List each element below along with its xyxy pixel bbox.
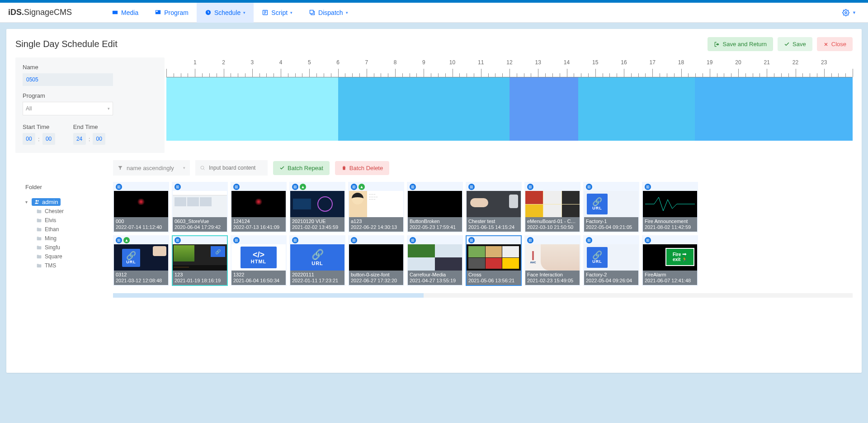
windows-icon: ⊞ (116, 184, 122, 190)
program-tile[interactable]: ⊞ Cross 2021-05-06 13:56:21 (466, 235, 522, 286)
end-hour-input[interactable]: 24 (73, 133, 86, 145)
thumbnail (290, 191, 344, 217)
batch-delete-button[interactable]: Batch Delete (335, 161, 389, 175)
windows-icon: ⊞ (233, 237, 240, 243)
horizontal-scrollbar[interactable] (113, 293, 853, 298)
exit-save-icon (714, 41, 720, 48)
program-tile[interactable]: ⊞ 🔗URL Factory-1 2022-05-04 09:21:05 (583, 182, 639, 233)
timeline-ruler: 1234567891011121314151617181920212223 (166, 59, 853, 77)
thumbnail: AHC (525, 244, 580, 271)
media-icon (112, 9, 118, 16)
folder-square[interactable]: Square (36, 252, 107, 261)
tile-caption: button-0-size-font 2022-06-27 17:32:20 (349, 271, 403, 285)
program-tile[interactable]: ⊞ 124124 2022-07-13 16:41:09 (231, 182, 287, 233)
timeline-block[interactable] (578, 77, 695, 141)
program-tile[interactable]: ⊞▲ 20210120 VUE 2021-02-02 13:45:59 (289, 182, 345, 233)
program-tile[interactable]: ⊞ Carrefour-Media 2021-04-27 13:55:19 (407, 235, 463, 286)
name-input[interactable] (23, 73, 113, 86)
thumbnail (408, 244, 462, 271)
folder-tms[interactable]: TMS (36, 261, 107, 270)
thumbnail: 🔗URL (584, 244, 638, 271)
search-input[interactable] (209, 165, 259, 171)
windows-icon: ⊞ (116, 237, 122, 243)
program-tile[interactable]: ⊞ 000 2022-07-14 11:12:40 (113, 182, 169, 233)
android-icon: ▲ (300, 184, 306, 190)
thumbnail (114, 191, 168, 217)
start-hour-input[interactable]: 00 (23, 133, 35, 145)
timeline-block[interactable] (166, 77, 338, 141)
timeline-block[interactable] (338, 77, 510, 141)
end-time-label: End Time (73, 124, 106, 130)
program-label: Program (23, 92, 157, 99)
program-tile[interactable]: ⊞ eMenuBoard-01 - C… 2022-03-10 21:50:50 (524, 182, 580, 233)
tick-label: 23 (821, 59, 827, 66)
settings-gear[interactable]: ▼ (839, 9, 860, 16)
tick-label: 17 (650, 59, 656, 66)
tree-toggle[interactable]: ▾ (25, 200, 30, 204)
program-tile[interactable]: ⊞ 0603_StoreVue 2020-06-04 17:29:42 (172, 182, 228, 233)
close-button[interactable]: Close (817, 37, 853, 51)
nav-item-schedule[interactable]: Schedule▾ (197, 3, 254, 23)
folder-singfu[interactable]: Singfu (36, 243, 107, 252)
program-tile[interactable]: ⊞ Chester test 2021-06-15 14:15:24 (466, 182, 522, 233)
thumbnail (231, 191, 286, 217)
thumbnail (408, 191, 462, 217)
thumbnail (525, 191, 580, 217)
tick-label: 20 (735, 59, 741, 66)
batch-repeat-button[interactable]: Batch Repeat (273, 161, 330, 175)
tile-caption: Factory-2 2022-05-04 09:26:04 (584, 271, 638, 285)
schedule-icon (205, 9, 212, 16)
svg-rect-2 (156, 11, 158, 12)
program-tile[interactable]: ⊞ </>HTML 1322 2021-06-04 16:50:34 (231, 235, 287, 286)
program-tile[interactable]: ⊞ Fire ⮕exit 🏃 FireAlarm 2021-06-07 12:4… (642, 235, 698, 286)
tile-caption: Fire Announcement 2021-08-02 11:42:59 (643, 217, 697, 232)
tick-label: 3 (250, 59, 254, 66)
timeline-block[interactable] (695, 77, 853, 141)
folder-ming[interactable]: Ming (36, 234, 107, 243)
nav-item-dispatch[interactable]: Dispatch▾ (301, 3, 356, 23)
program-tile[interactable]: ⊞ button-0-size-font 2022-06-27 17:32:20 (348, 235, 404, 286)
timeline-block[interactable] (509, 77, 578, 141)
program-tile[interactable]: ⊞ ButtonBroken 2022-05-23 17:59:41 (407, 182, 463, 233)
nav-item-script[interactable]: Script▾ (254, 3, 301, 23)
tile-caption: Chester test 2021-06-15 14:15:24 (467, 217, 521, 232)
nav-item-media[interactable]: Media (104, 3, 146, 23)
windows-icon: ⊞ (468, 184, 475, 190)
folder-icon (36, 254, 42, 260)
program-tile[interactable]: ⊞▲ 🔗URL 0312 2021-03-12 12:08:48 (113, 235, 169, 286)
folder-elvis[interactable]: Elvis (36, 216, 107, 225)
windows-icon: ⊞ (410, 184, 416, 190)
program-select[interactable]: All▾ (23, 102, 113, 115)
save-button[interactable]: Save (778, 37, 812, 51)
tile-caption: 0603_StoreVue 2020-06-04 17:29:42 (173, 217, 227, 232)
tile-caption: Carrefour-Media 2021-04-27 13:55:19 (408, 271, 462, 285)
folder-icon (36, 209, 42, 214)
tile-caption: Cross 2021-05-06 13:56:21 (467, 271, 521, 285)
tick-label: 2 (222, 59, 225, 66)
windows-icon: ⊞ (175, 237, 181, 243)
trash-icon (341, 165, 347, 171)
sort-select[interactable]: name ascendingly ▾ (113, 160, 190, 176)
end-min-input[interactable]: 00 (93, 133, 105, 145)
program-tile[interactable]: ⊞ AHC Face Interaction 2021-02-23 15:49:… (524, 235, 580, 286)
folder-chester[interactable]: Chester (36, 207, 107, 216)
program-tile[interactable]: ⊞▲ — — —— — — —— — — a123 2022-06-22 14:… (348, 182, 404, 233)
thumbnail: 🔗──────── (173, 244, 227, 271)
start-min-input[interactable]: 00 (42, 133, 55, 145)
program-tile[interactable]: ⊞ Fire Announcement 2021-08-02 11:42:59 (642, 182, 698, 233)
folder-icon (36, 218, 42, 223)
windows-icon: ⊞ (586, 237, 592, 243)
program-tile[interactable]: ⊞ 🔗──────── 123 2021-01-19 18:16:19 (172, 235, 228, 286)
search-box[interactable] (195, 160, 268, 176)
windows-icon: ⊞ (351, 237, 357, 243)
timeline-blocks[interactable] (166, 77, 853, 141)
folder-root-admin[interactable]: admin (32, 198, 61, 206)
folder-ethan[interactable]: Ethan (36, 225, 107, 234)
save-and-return-button[interactable]: Save and Return (708, 37, 774, 51)
main-navbar: iDS.SignageCMS MediaProgramSchedule▾Scri… (0, 3, 868, 23)
nav-item-program[interactable]: Program (146, 3, 197, 23)
tick-label: 22 (793, 59, 798, 66)
program-tile[interactable]: ⊞ 🔗URL Factory-2 2022-05-04 09:26:04 (583, 235, 639, 286)
tick-label: 4 (279, 59, 283, 66)
program-tile[interactable]: ⊞ 🔗URL 20220111 2022-01-11 17:23:21 (289, 235, 345, 286)
